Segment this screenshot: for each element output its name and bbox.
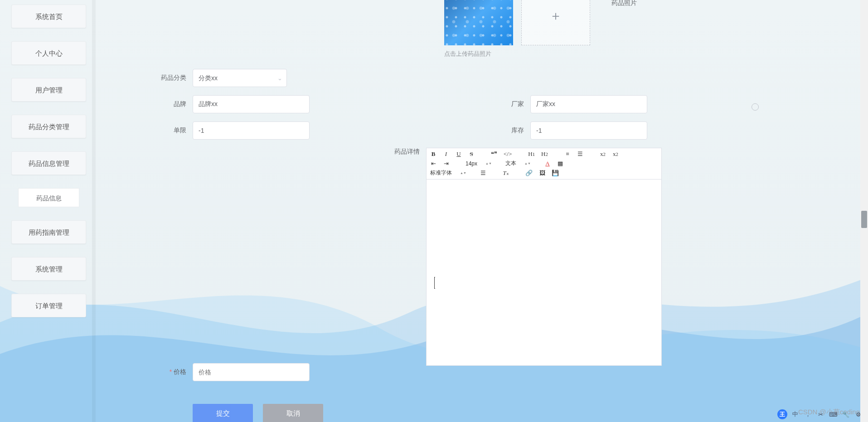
underline-icon[interactable]: U bbox=[456, 150, 462, 158]
price-label: 价格 bbox=[104, 368, 193, 376]
sidebar-item-label: 用户管理 bbox=[35, 86, 63, 94]
ime-badge[interactable]: 王 bbox=[777, 409, 787, 419]
indent-icon[interactable]: ⇥ bbox=[443, 160, 449, 167]
font-family-select[interactable]: 标准字体 bbox=[430, 169, 464, 177]
sidebar-item-label: 个人中心 bbox=[35, 49, 63, 57]
editor-content[interactable] bbox=[427, 179, 661, 365]
sidebar-sub-label: 药品信息 bbox=[36, 194, 62, 202]
form-actions: 提交 取消 bbox=[193, 404, 852, 422]
editor-toolbar: B I U S ❝❞ </> H1 H2 ≡ ☰ x2 x2 bbox=[427, 148, 661, 179]
font-size-select[interactable]: 14px bbox=[466, 160, 489, 167]
scissors-icon[interactable]: ✂ bbox=[815, 409, 825, 419]
manufacturer-label: 厂家 bbox=[462, 100, 530, 108]
sidebar-item-guide[interactable]: 用药指南管理 bbox=[11, 220, 86, 244]
stock-input[interactable] bbox=[530, 121, 647, 140]
detail-label: 药品详情 bbox=[358, 148, 426, 156]
italic-icon[interactable]: I bbox=[443, 150, 449, 158]
sidebar-item-drug-info[interactable]: 药品信息管理 bbox=[11, 151, 86, 175]
outdent-icon[interactable]: ⇤ bbox=[430, 160, 436, 167]
h1-icon[interactable]: H1 bbox=[528, 150, 535, 158]
superscript-icon[interactable]: x2 bbox=[612, 150, 619, 158]
text-style-select[interactable]: 文本 bbox=[505, 160, 528, 167]
bold-icon[interactable]: B bbox=[430, 150, 436, 158]
stock-label: 库存 bbox=[462, 126, 530, 135]
tool-icon[interactable]: 🔧 bbox=[841, 409, 851, 419]
brand-input[interactable] bbox=[193, 95, 310, 113]
image-icon[interactable]: 🖼 bbox=[539, 170, 545, 177]
sidebar-item-label: 用药指南管理 bbox=[29, 228, 69, 236]
plus-icon: ＋ bbox=[549, 7, 562, 24]
system-taskbar: 王 中 ， ✂ ⌨ 🔧 ⚙ bbox=[777, 409, 863, 419]
manufacturer-input[interactable] bbox=[530, 95, 647, 113]
rich-text-editor: B I U S ❝❞ </> H1 H2 ≡ ☰ x2 x2 bbox=[426, 148, 662, 366]
strike-icon[interactable]: S bbox=[468, 150, 475, 158]
sidebar-item-system[interactable]: 系统管理 bbox=[11, 257, 86, 281]
text-color-icon[interactable]: A bbox=[544, 160, 551, 167]
upload-photo-box[interactable]: ＋ bbox=[521, 0, 590, 45]
save-icon[interactable]: 💾 bbox=[552, 170, 559, 177]
main-form: 药品照片 ＋ 点击上传药品照片 药品分类 分类xx ⌄ 品牌 bbox=[104, 0, 852, 422]
ime-language[interactable]: 中 bbox=[790, 409, 800, 419]
subscript-icon[interactable]: x2 bbox=[600, 150, 606, 158]
unordered-list-icon[interactable]: ☰ bbox=[577, 150, 583, 158]
sidebar-sub-drug-info[interactable]: 药品信息 bbox=[18, 188, 79, 207]
h2-icon[interactable]: H2 bbox=[541, 150, 548, 158]
submit-button[interactable]: 提交 bbox=[193, 404, 253, 422]
sidebar-item-label: 药品分类管理 bbox=[29, 123, 69, 131]
upload-hint: 点击上传药品照片 bbox=[444, 50, 491, 58]
drug-image-preview[interactable] bbox=[444, 0, 513, 45]
clear-format-icon[interactable]: Tₓ bbox=[503, 170, 509, 177]
category-label: 药品分类 bbox=[104, 74, 193, 82]
text-cursor-icon bbox=[434, 277, 435, 289]
price-input[interactable] bbox=[193, 363, 310, 381]
ime-punct-icon[interactable]: ， bbox=[803, 409, 813, 419]
limit-label: 单限 bbox=[104, 126, 193, 135]
scrollbar-thumb[interactable] bbox=[861, 211, 867, 228]
sidebar-item-label: 系统管理 bbox=[35, 265, 63, 273]
photo-label: 药品照片 bbox=[596, 0, 637, 7]
limit-input[interactable] bbox=[193, 121, 310, 140]
align-icon[interactable]: ☰ bbox=[480, 170, 486, 177]
link-icon[interactable]: 🔗 bbox=[525, 170, 533, 177]
sidebar-item-drug-category[interactable]: 药品分类管理 bbox=[11, 115, 86, 138]
bg-color-icon[interactable]: ▩ bbox=[557, 160, 563, 167]
sidebar-item-orders[interactable]: 订单管理 bbox=[11, 294, 86, 317]
sidebar: 系统首页 个人中心 用户管理 药品分类管理 药品信息管理 药品信息 用药指南管理… bbox=[5, 5, 93, 330]
brand-label: 品牌 bbox=[104, 100, 193, 108]
sidebar-item-label: 系统首页 bbox=[35, 13, 63, 20]
code-icon[interactable]: </> bbox=[504, 150, 512, 158]
sidebar-item-home[interactable]: 系统首页 bbox=[11, 5, 86, 28]
category-select[interactable]: 分类xx bbox=[193, 69, 287, 87]
sidebar-item-label: 订单管理 bbox=[35, 302, 63, 310]
ordered-list-icon[interactable]: ≡ bbox=[564, 150, 571, 158]
category-value: 分类xx bbox=[199, 74, 218, 82]
page-scrollbar[interactable] bbox=[860, 0, 868, 422]
sidebar-item-profile[interactable]: 个人中心 bbox=[11, 41, 86, 65]
keyboard-icon[interactable]: ⌨ bbox=[828, 409, 838, 419]
radio-option[interactable] bbox=[752, 103, 759, 111]
cancel-button[interactable]: 取消 bbox=[263, 404, 323, 422]
quote-icon[interactable]: ❝❞ bbox=[491, 150, 497, 158]
sidebar-item-label: 药品信息管理 bbox=[29, 160, 69, 167]
sidebar-item-users[interactable]: 用户管理 bbox=[11, 78, 86, 102]
